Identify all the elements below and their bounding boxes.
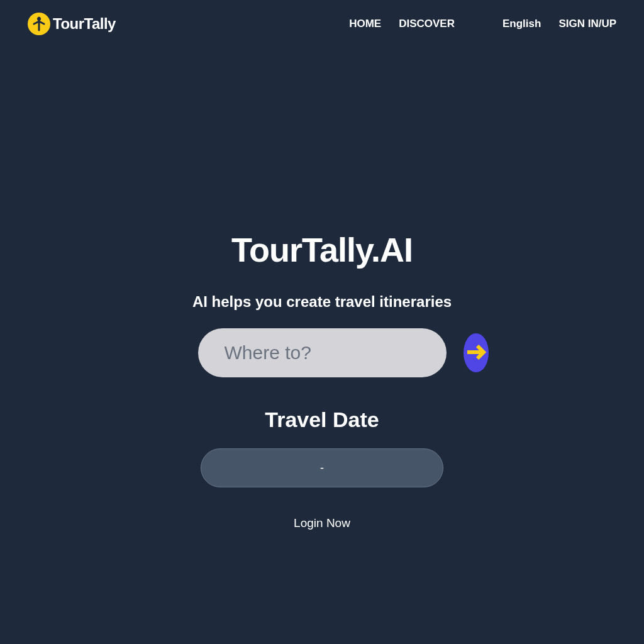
main: TourTally.AI AI helps you create travel …	[0, 230, 644, 530]
nav: HOME DISCOVER English SIGN IN/UP	[349, 18, 616, 30]
destination-input[interactable]	[225, 342, 464, 364]
travel-date-label: Travel Date	[265, 408, 379, 432]
logo-text: TourTally	[53, 15, 116, 33]
go-button[interactable]	[464, 333, 489, 372]
page-title: TourTally.AI	[231, 230, 413, 269]
travel-date-picker[interactable]: -	[201, 448, 443, 487]
search-container	[198, 328, 447, 377]
arrow-right-icon	[464, 340, 489, 367]
page-subtitle: AI helps you create travel itineraries	[192, 293, 452, 311]
nav-home[interactable]: HOME	[349, 18, 381, 30]
nav-signin[interactable]: SIGN IN/UP	[558, 18, 616, 30]
svg-point-1	[37, 17, 41, 21]
nav-discover[interactable]: DISCOVER	[399, 18, 455, 30]
header: TourTally HOME DISCOVER English SIGN IN/…	[0, 0, 644, 48]
logo[interactable]: TourTally	[28, 13, 116, 35]
travel-date-value: -	[320, 462, 324, 475]
logo-icon	[28, 13, 50, 35]
nav-language[interactable]: English	[502, 18, 541, 30]
login-now-link[interactable]: Login Now	[294, 516, 350, 530]
